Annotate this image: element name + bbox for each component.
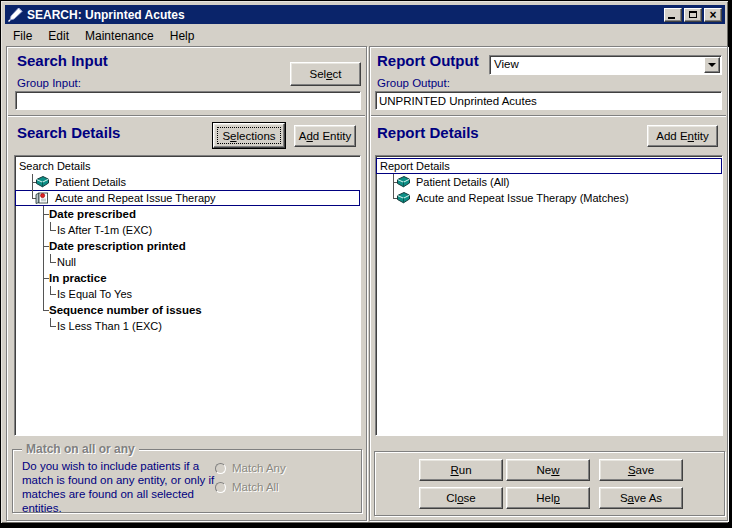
book-icon	[396, 175, 411, 191]
group-output-field[interactable]	[375, 91, 722, 110]
match-all-label: Match All	[232, 481, 279, 493]
tree-row[interactable]: In practice	[15, 270, 360, 286]
tree-guide-line	[43, 254, 44, 270]
tree-guide-line	[43, 286, 44, 302]
tree-row[interactable]: Is After T-1m (EXC)	[15, 222, 360, 238]
tree-item-label: Search Details	[19, 159, 91, 173]
tree-row[interactable]: Acute and Repeat Issue Therapy	[15, 190, 360, 206]
match-any-label: Match Any	[232, 462, 286, 474]
group-input-field[interactable]	[15, 91, 361, 110]
tree-item-label: Is After T-1m (EXC)	[57, 223, 152, 237]
tree-item-label: In practice	[49, 271, 107, 285]
minimize-button[interactable]	[664, 8, 682, 22]
tree-guide-line	[43, 222, 44, 238]
tree-item-label: Acute and Repeat Issue Therapy (Matches)	[416, 191, 629, 205]
tree-item-label: Null	[57, 255, 76, 269]
menu-item-maintenance[interactable]: Maintenance	[77, 28, 162, 44]
save-as-button[interactable]: Save As	[599, 487, 683, 509]
match-description: Do you wish to include patients if a mat…	[22, 459, 219, 515]
window-title: SEARCH: Unprinted Acutes	[27, 8, 664, 22]
maximize-button[interactable]	[684, 8, 702, 22]
chevron-down-icon	[708, 63, 716, 67]
search-details-heading: Search Details	[17, 124, 120, 141]
close-icon: ×	[709, 10, 716, 20]
maximize-icon	[689, 11, 697, 18]
menubar: FileEditMaintenanceHelp	[5, 26, 725, 45]
report-output-dropdown[interactable]: View	[489, 55, 722, 75]
search-input-heading: Search Input	[17, 52, 108, 69]
save-button[interactable]: Save	[599, 459, 683, 481]
tree-item-label: Sequence number of issues	[49, 303, 202, 317]
report-details-heading: Report Details	[377, 124, 479, 141]
tree-item-label: Report Details	[380, 159, 450, 173]
document-red-icon	[35, 191, 49, 207]
search-panel: Search Input Select Group Input: Search …	[6, 46, 367, 521]
action-buttons-box: Run New Save Close Help Save As	[374, 451, 725, 516]
tree-item-label: Is Equal To Yes	[57, 287, 132, 301]
tree-row[interactable]: Search Details	[15, 158, 360, 174]
window-controls: ×	[664, 8, 722, 22]
tree-row[interactable]: Patient Details	[15, 174, 360, 190]
tree-connector	[51, 262, 56, 263]
report-details-tree[interactable]: Report DetailsPatient Details (All)Acute…	[375, 155, 723, 436]
divider	[371, 115, 726, 117]
tree-item-label: Patient Details	[55, 175, 126, 189]
close-button[interactable]: ×	[704, 8, 722, 22]
add-entity-button-report[interactable]: Add Entity	[647, 125, 718, 147]
divider	[8, 115, 365, 117]
select-button[interactable]: Select	[290, 62, 361, 86]
run-button[interactable]: Run	[419, 459, 503, 481]
titlebar: SEARCH: Unprinted Acutes ×	[5, 5, 725, 24]
match-groupbox-caption: Match on all or any	[22, 442, 139, 456]
tree-row[interactable]: Acute and Repeat Issue Therapy (Matches)	[376, 190, 722, 206]
tree-item-label: Acute and Repeat Issue Therapy	[55, 191, 216, 205]
match-groupbox: Match on all or any Do you wish to inclu…	[12, 449, 362, 513]
add-entity-button-search[interactable]: Add Entity	[294, 125, 356, 147]
tree-item-label: Is Less Than 1 (EXC)	[57, 319, 162, 333]
tree-item-label: Date prescription printed	[49, 239, 186, 253]
search-details-tree[interactable]: Search DetailsPatient DetailsAcute and R…	[14, 155, 361, 436]
tree-row[interactable]: Date prescribed	[15, 206, 360, 222]
dropdown-value: View	[494, 58, 519, 70]
pen-icon	[7, 7, 24, 22]
group-output-label: Group Output:	[377, 77, 450, 89]
tree-row[interactable]: Null	[15, 254, 360, 270]
menu-item-edit[interactable]: Edit	[40, 28, 77, 44]
report-panel: Report Output View Group Output: Report …	[369, 46, 728, 521]
tree-row[interactable]: Sequence number of issues	[15, 302, 360, 318]
window: SEARCH: Unprinted Acutes × FileEditMaint…	[1, 1, 728, 523]
app-root: { "window": { "title": "SEARCH: Unprinte…	[0, 0, 732, 528]
book-icon	[35, 175, 50, 191]
selections-button[interactable]: Selections	[213, 123, 285, 148]
tree-row[interactable]: Report Details	[376, 158, 722, 174]
help-button[interactable]: Help	[506, 487, 590, 509]
match-any-radio	[215, 463, 226, 474]
match-all-option: Match All	[215, 481, 279, 493]
tree-row[interactable]: Patient Details (All)	[376, 174, 722, 190]
tree-connector	[51, 326, 56, 327]
new-button[interactable]: New	[506, 459, 590, 481]
menu-item-help[interactable]: Help	[162, 28, 203, 44]
group-input-label: Group Input:	[17, 77, 81, 89]
tree-connector	[51, 230, 56, 231]
dropdown-arrow-button[interactable]	[704, 57, 720, 73]
tree-item-label: Patient Details (All)	[416, 175, 510, 189]
report-output-heading: Report Output	[377, 52, 479, 69]
tree-row[interactable]: Date prescription printed	[15, 238, 360, 254]
match-any-option: Match Any	[215, 462, 286, 474]
tree-item-label: Date prescribed	[49, 207, 136, 221]
book-icon	[396, 191, 411, 207]
menu-item-file[interactable]: File	[5, 28, 40, 44]
minimize-icon	[668, 17, 675, 19]
tree-row[interactable]: Is Equal To Yes	[15, 286, 360, 302]
close-button-action[interactable]: Close	[419, 487, 503, 509]
tree-row[interactable]: Is Less Than 1 (EXC)	[15, 318, 360, 334]
tree-connector	[51, 294, 56, 295]
match-all-radio	[215, 482, 226, 493]
